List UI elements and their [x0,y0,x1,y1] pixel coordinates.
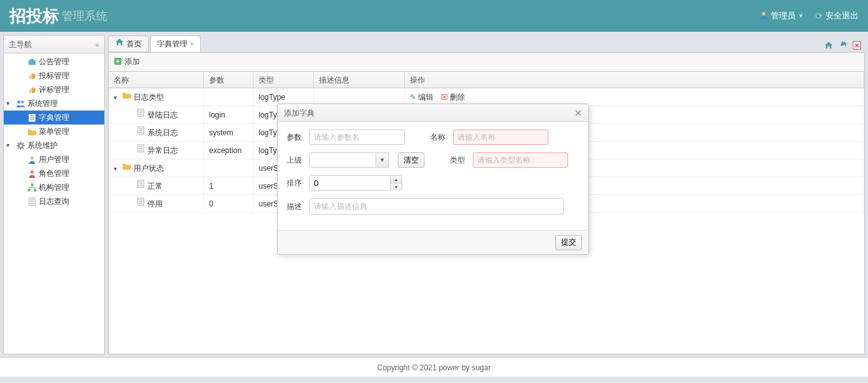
row-name: 日志类型 [133,93,164,102]
delete-link[interactable]: ☒删除 [441,88,465,105]
page-icon [135,126,146,136]
toolbar: 添加 [108,53,865,72]
page-sel-icon [27,112,37,123]
type-input[interactable] [473,152,568,168]
spin-down-icon[interactable]: ▼ [391,184,402,191]
cell-param: login [204,106,254,123]
svg-point-3 [17,100,20,104]
page-icon [135,197,146,207]
tree-label: 系统管理 [27,97,58,111]
delete-label: 删除 [450,88,465,105]
user-icon [759,11,768,22]
tab-tool-home-icon[interactable] [823,39,834,51]
cell-param: exception [204,142,254,159]
chevron-down-icon: ▼ [798,13,804,19]
sidebar-item-5[interactable]: 菜单管理 [4,124,104,138]
edit-label: 编辑 [418,88,433,105]
tab-tool-close-icon[interactable] [851,39,862,51]
sidebar-item-1[interactable]: 投标管理 [4,69,104,83]
clear-button[interactable]: 清空 [398,152,424,168]
tree-expander-icon: ▾ [6,97,15,111]
page-icon [27,196,37,206]
col-header-type: 类型 [254,72,314,88]
page-icon [135,108,146,118]
cell-name: 登陆日志 [109,106,204,123]
role-icon [27,168,37,178]
parent-combo-input[interactable] [309,152,376,168]
cell-type: logType [254,88,314,105]
app-header: 招投标 管理系统 管理员 ▼ ⟳ 安全退出 [0,0,868,32]
thumb-icon [27,71,37,81]
tab-home-label: 首页 [126,36,142,52]
tree-label: 日志查询 [39,194,69,208]
submit-button[interactable]: 提交 [555,235,582,250]
sidebar-item-10[interactable]: 日志查询 [4,194,104,208]
sidebar-title-text: 主导航 [9,36,32,53]
pencil-icon: ✎ [410,88,416,105]
edit-link[interactable]: ✎编辑 [410,88,433,105]
page-icon [135,179,146,189]
cell-desc [314,88,405,105]
tree-label: 评标管理 [39,83,69,97]
logout-link[interactable]: ⟳ 安全退出 [815,10,858,22]
sidebar-item-9[interactable]: 机构管理 [4,180,104,194]
sidebar-title: 主导航 « [4,36,104,53]
tab-home[interactable]: 首页 [108,36,149,52]
sidebar: 主导航 « 公告管理投标管理评标管理▾系统管理字典管理菜单管理▾系统维护用户管理… [3,35,105,354]
tree-expander-icon: ▾ [6,138,15,152]
briefcase-icon [27,57,37,67]
home-icon [115,36,124,52]
row-name: 登陆日志 [147,111,178,119]
thumb-icon [27,84,37,95]
sidebar-item-6[interactable]: ▾系统维护 [4,138,104,152]
chevron-down-icon[interactable]: ▼ [376,152,389,168]
spin-up-icon[interactable]: ▲ [391,176,402,184]
gear-icon [15,140,25,151]
collapse-icon[interactable]: « [95,36,99,53]
col-header-ops: 操作 [405,72,864,88]
row-name: 用户状态 [133,164,164,173]
dialog-title-bar[interactable]: 添加字典 ✕ [278,104,588,122]
tree-label: 系统维护 [27,138,58,152]
name-input[interactable] [453,130,548,145]
row-name: 系统日志 [147,128,178,137]
cell-param [204,159,254,177]
svg-point-8 [30,156,34,159]
col-header-name: 名称 [109,72,204,88]
row-name: 停用 [147,199,163,208]
nav-tree: 公告管理投标管理评标管理▾系统管理字典管理菜单管理▾系统维护用户管理角色管理机构… [4,53,104,354]
svg-point-7 [19,144,22,147]
tab-dict[interactable]: 字典管理 × [150,36,201,52]
sidebar-item-7[interactable]: 用户管理 [4,152,104,166]
org-icon [27,182,37,192]
tab-close-icon[interactable]: × [190,36,194,52]
svg-rect-12 [34,189,36,191]
sidebar-item-4[interactable]: 字典管理 [4,111,104,124]
svg-rect-1 [28,60,35,65]
label-param: 参数 [287,132,303,143]
order-input[interactable] [309,175,391,191]
add-button[interactable]: 添加 [114,57,140,67]
add-icon [114,57,122,67]
tree-label: 投标管理 [39,69,69,83]
label-name: 名称 [430,132,447,143]
svg-point-4 [20,100,24,104]
col-header-desc: 描述信息 [314,72,405,88]
param-input[interactable] [309,130,405,145]
cell-ops: ✎编辑☒删除 [405,88,864,105]
dialog-close-icon[interactable]: ✕ [574,104,582,122]
folder-icon [27,126,37,137]
sidebar-item-0[interactable]: 公告管理 [4,55,104,69]
tree-label: 角色管理 [39,166,69,180]
tab-tool-back-icon[interactable] [837,39,848,51]
svg-point-9 [30,170,34,173]
sidebar-item-3[interactable]: ▾系统管理 [4,97,104,111]
cell-name: ▾用户状态 [109,159,204,177]
sidebar-item-2[interactable]: 评标管理 [4,83,104,97]
cell-param: 0 [204,195,254,212]
logo-main: 招投标 [10,5,59,27]
desc-input[interactable] [309,198,564,215]
sidebar-item-8[interactable]: 角色管理 [4,166,104,180]
row-name: 正常 [147,182,163,191]
user-menu[interactable]: 管理员 ▼ [759,10,804,22]
